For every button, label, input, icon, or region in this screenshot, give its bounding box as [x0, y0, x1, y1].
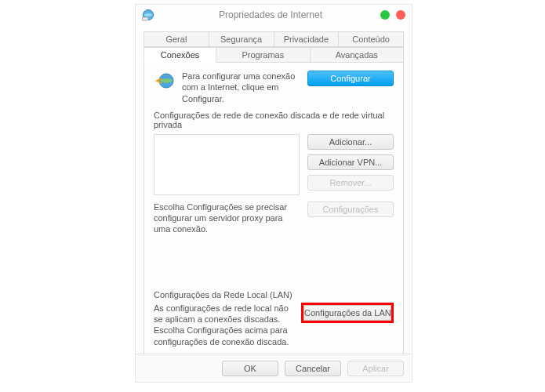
tab-row-2: Conexões Programas Avançadas: [144, 47, 404, 63]
tab-row-1: Geral Segurança Privacidade Conteúdo: [144, 31, 404, 47]
apply-button: Aplicar: [347, 361, 404, 376]
intro-row: Para configurar uma conexão com a Intern…: [154, 71, 394, 104]
dial-settings-button: Configurações: [307, 201, 394, 217]
minimize-dot[interactable]: [380, 10, 390, 20]
cancel-button[interactable]: Cancelar: [285, 361, 341, 376]
highlight-frame: Configurações da LAN: [301, 303, 394, 323]
app-icon: [142, 9, 154, 21]
internet-properties-window: Propriedades de Internet Geral Segurança…: [135, 4, 412, 383]
tab-seguranca[interactable]: Segurança: [209, 31, 274, 47]
intro-text: Para configurar uma conexão com a Intern…: [182, 71, 301, 104]
window-title: Propriedades de Internet: [161, 9, 380, 20]
add-vpn-button[interactable]: Adicionar VPN...: [307, 154, 394, 170]
lan-help-text: As configurações de rede local não se ap…: [154, 303, 293, 347]
close-dot[interactable]: [396, 10, 405, 20]
tab-conteudo[interactable]: Conteúdo: [339, 31, 404, 47]
lan-section-header: Configurações da Rede Local (LAN): [154, 290, 394, 299]
ok-button[interactable]: OK: [222, 361, 278, 376]
setup-connection-button[interactable]: Configurar: [307, 71, 394, 86]
tab-avancadas[interactable]: Avançadas: [311, 47, 404, 63]
tab-conexoes[interactable]: Conexões: [144, 47, 216, 63]
lan-settings-button[interactable]: Configurações da LAN: [303, 305, 391, 321]
dialog-button-bar: OK Cancelar Aplicar: [136, 354, 412, 382]
tab-geral[interactable]: Geral: [144, 31, 209, 47]
remove-connection-button: Remover...: [307, 175, 394, 191]
tab-container: Geral Segurança Privacidade Conteúdo Con…: [144, 31, 404, 364]
proxy-hint-text: Escolha Configurações se precisar config…: [154, 201, 300, 235]
window-controls: [380, 10, 405, 20]
globe-wizard-icon: [154, 71, 176, 93]
tab-panel-conexoes: Para configurar uma conexão com a Intern…: [144, 63, 404, 364]
dialup-section-header: Configurações de rede de conexão discada…: [154, 111, 394, 129]
tab-privacidade[interactable]: Privacidade: [274, 31, 340, 47]
titlebar: Propriedades de Internet: [136, 5, 412, 25]
tab-programas[interactable]: Programas: [216, 47, 310, 63]
svg-rect-1: [142, 17, 148, 20]
add-connection-button[interactable]: Adicionar...: [307, 134, 394, 150]
dialup-connections-list[interactable]: [154, 134, 300, 195]
